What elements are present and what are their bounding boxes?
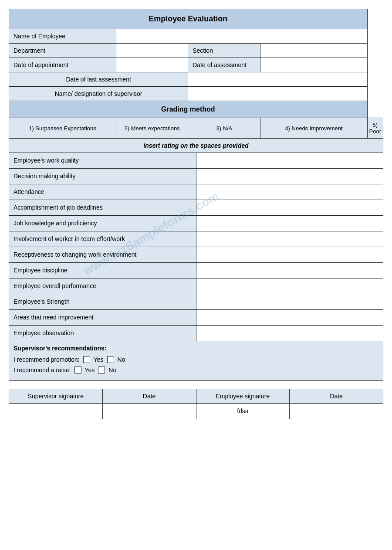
raise-label: I recommend a raise: [14,367,71,373]
last-assessment-value[interactable] [188,72,367,87]
promotion-line: I recommend promotion: Yes No [14,356,378,363]
appointment-value[interactable] [116,58,188,72]
promotion-label: I recommend promotion: [14,356,80,363]
eval-item-row: Attendance [9,184,383,200]
name-row: Name of Employee [9,29,383,44]
appointment-label: Date of appointment [9,58,116,72]
last-assessment-row: Date of last assessment [9,72,383,87]
eval-item-label: Accomplishment of job deadlines [9,200,196,215]
assessment-label: Date of assessment [188,58,260,72]
supervisor-sig-value[interactable] [9,403,103,419]
eval-item-row: Employee discipline [9,262,383,278]
eval-item-row: Employee overall performance [9,278,383,294]
department-label: Department [9,44,116,58]
grading-options-row: 1) Surpasses Expectations 2) Meets expec… [9,118,383,139]
supervisor-label: Name/ designation of supervisor [9,87,188,101]
eval-item-value[interactable] [196,168,383,184]
sig-date-label-2: Date [290,389,383,403]
eval-item-value[interactable] [196,215,383,231]
eval-item-value[interactable] [196,262,383,278]
raise-line: I recommend a raise: Yes No [14,367,378,373]
eval-item-label: Attendance [9,184,196,200]
grading-header-row: Grading method [9,101,383,118]
promotion-yes-checkbox[interactable] [83,356,90,363]
grade-1: 1) Surpasses Expectations [9,118,116,139]
eval-item-row: Involvement of worker in team effort/wor… [9,231,383,247]
eval-item-value[interactable] [196,325,383,341]
title-row: Employee Evaluation [9,9,383,29]
supervisor-value[interactable] [188,87,367,101]
eval-item-label: Decision making ability [9,168,196,184]
eval-item-row: Employee observation [9,325,383,341]
eval-item-row: Receptiveness to changing work environme… [9,247,383,262]
grade-3: 3) N/A [188,118,260,139]
recommendations-title: Supervisor's recommendations: [14,345,378,352]
eval-item-label: Involvement of worker in team effort/wor… [9,231,196,247]
supervisor-row: Name/ designation of supervisor [9,87,383,101]
raise-no-label: No [108,367,116,373]
eval-item-value[interactable] [196,200,383,215]
eval-item-value[interactable] [196,247,383,262]
raise-yes-label: Yes [85,367,95,373]
eval-item-row: Decision making ability [9,168,383,184]
sig-date-value-2[interactable] [290,403,383,419]
grade-4: 4) Needs Improvement [260,118,367,139]
signature-table: Supervisor signature Date Employee signa… [9,389,383,419]
eval-item-value[interactable] [196,278,383,294]
evaluation-table: Employee Evaluation Name of Employee Dep… [9,9,383,153]
eval-item-row: Employee's work quality [9,153,383,168]
eval-item-row: Job knowledge and proficiency [9,215,383,231]
employee-sig-value[interactable]: fdsa [196,403,290,419]
eval-item-label: Areas that need improvement [9,309,196,325]
grading-title: Grading method [9,101,368,118]
evaluation-items-table: Employee's work qualityDecision making a… [9,153,383,381]
name-label: Name of Employee [9,29,116,44]
eval-item-value[interactable] [196,184,383,200]
section-label: Section [188,44,260,58]
department-value[interactable] [116,44,188,58]
eval-item-label: Receptiveness to changing work environme… [9,247,196,262]
instruction-text: Insert rating on the spaces provided [9,139,383,153]
eval-item-label: Employee's work quality [9,153,196,168]
promotion-yes-label: Yes [94,356,104,363]
sig-header-row: Supervisor signature Date Employee signa… [9,389,383,403]
eval-item-label: Employee's Strength [9,294,196,309]
employee-sig-label: Employee signature [196,389,290,403]
grade-5: 5) Poor [367,118,383,139]
recommendations-cell: Supervisor's recommendations: I recommen… [9,341,383,380]
eval-item-value[interactable] [196,231,383,247]
last-assessment-label: Date of last assessment [9,72,188,87]
eval-item-label: Job knowledge and proficiency [9,215,196,231]
eval-item-row: Accomplishment of job deadlines [9,200,383,215]
eval-item-value[interactable] [196,294,383,309]
eval-item-label: Employee overall performance [9,278,196,294]
eval-item-row: Areas that need improvement [9,309,383,325]
grade-2: 2) Meets expectations [116,118,188,139]
supervisor-sig-label: Supervisor signature [9,389,103,403]
eval-item-value[interactable] [196,153,383,168]
assessment-value[interactable] [260,58,367,72]
recommendations-row: Supervisor's recommendations: I recommen… [9,341,383,380]
eval-item-label: Employee observation [9,325,196,341]
eval-item-row: Employee's Strength [9,294,383,309]
dept-section-row: Department Section [9,44,383,58]
sig-date-value-1[interactable] [102,403,196,419]
eval-rows-body: Employee's work qualityDecision making a… [9,153,383,341]
promotion-no-label: No [118,356,125,363]
eval-item-label: Employee discipline [9,262,196,278]
date-row: Date of appointment Date of assessment [9,58,383,72]
sig-date-label-1: Date [102,389,196,403]
section-value[interactable] [260,44,367,58]
promotion-no-checkbox[interactable] [107,356,114,363]
raise-yes-checkbox[interactable] [74,367,81,373]
sig-value-row: fdsa [9,403,383,419]
name-value[interactable] [116,29,368,44]
eval-item-value[interactable] [196,309,383,325]
raise-no-checkbox[interactable] [98,367,105,373]
form-title: Employee Evaluation [9,9,368,29]
instruction-row: Insert rating on the spaces provided [9,139,383,153]
